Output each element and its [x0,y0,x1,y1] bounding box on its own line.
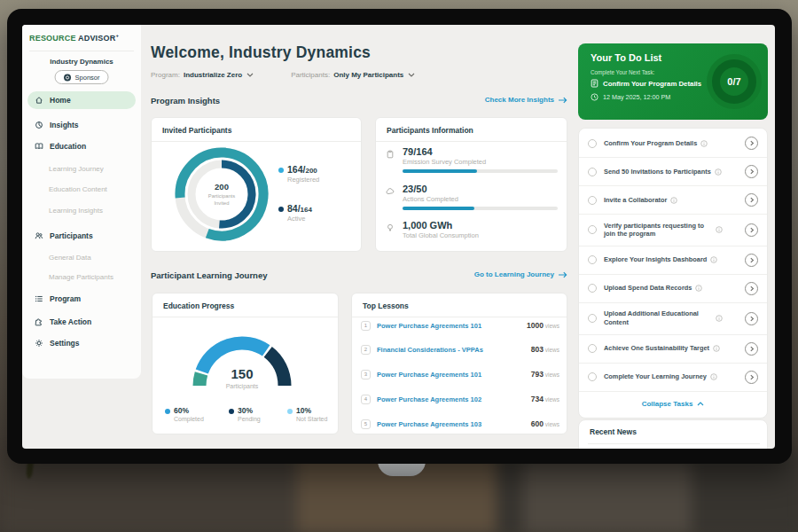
task-open-button[interactable] [745,137,758,150]
chevron-right-icon [749,227,755,233]
sidebar-item-education-content[interactable]: Education Content [27,180,136,198]
todo-progress-value: 0/7 [727,76,740,87]
not-started-label: Not Started [296,416,327,422]
participants-filter-value[interactable]: Only My Participants [333,71,403,79]
sidebar-item-general-data[interactable]: General Data [27,248,136,266]
actions-progress-bar [403,207,558,210]
document-icon [591,79,598,88]
consumption-icon [386,223,395,232]
lesson-link[interactable]: Financial Considerations - VPPAs [377,346,483,354]
donut-center: 200 Participants Invited [195,182,248,207]
legend-not-started: 10% Not Started [287,406,327,422]
card-divider [588,443,760,444]
lesson-link[interactable]: Power Purchase Agreements 101 [377,322,481,330]
task-open-button[interactable] [745,193,758,207]
not-started-pct: 10% [296,406,327,415]
chevron-down-icon[interactable] [246,73,254,77]
program-filter-value[interactable]: Industrialize Zero [184,71,242,79]
sidebar-item-insights[interactable]: Insights [27,116,136,134]
bg-band-left [0,454,310,532]
todo-next-task-label: Confirm Your Program Details [603,80,701,88]
task-label: Send 50 Invitations to Participants [604,168,711,176]
task-checkbox[interactable] [588,314,597,323]
lesson-row[interactable]: 5 Power Purchase Agreements 103 600 view… [361,415,559,433]
task-checkbox[interactable] [588,255,597,264]
card-title: Participants Information [387,126,473,135]
legend-dot [165,409,170,414]
collapse-tasks-link[interactable]: Collapse Tasks [579,392,767,417]
task-row-9[interactable]: Complete Your Learning Journey [579,364,767,392]
registered-denominator: 200 [305,167,317,175]
task-open-button[interactable] [745,282,758,295]
task-checkbox[interactable] [588,196,597,205]
legend-dot [278,168,284,173]
task-row-1[interactable]: Confirm Your Program Details [579,129,767,158]
task-row-3[interactable]: Invite a Collaborator [579,186,767,215]
recent-news-title: Recent News [590,427,637,436]
task-open-button[interactable] [745,223,758,237]
todo-subtitle: Complete Your Next Task: [591,69,654,75]
task-row-6[interactable]: Upload Spend Data Records [579,275,767,303]
invited-label: Participants Invited [195,193,248,207]
sponsor-badge[interactable]: Sponsor [55,70,109,84]
active-label: Active [278,215,312,223]
task-checkbox[interactable] [588,225,597,234]
pending-pct: 30% [238,406,261,415]
completed-pct: 60% [174,406,204,415]
info-icon [670,197,677,204]
task-row-4[interactable]: Verify participants requesting to join t… [579,215,767,246]
program-filter-label: Program: [151,71,180,79]
chevron-down-icon[interactable] [408,73,415,77]
clock-icon [591,93,598,101]
task-open-button[interactable] [745,165,758,178]
lesson-link[interactable]: Power Purchase Agreements 101 [377,371,481,379]
lesson-row[interactable]: 3 Power Purchase Agreements 101 793 view… [361,365,559,383]
chevron-right-icon [749,346,755,352]
link-label: Check More Insights [485,96,554,104]
sidebar-item-settings[interactable]: Settings [27,334,136,352]
task-row-7[interactable]: Upload Additional Educational Content [579,303,767,335]
registered-label: Registered [278,176,319,184]
check-more-insights-link[interactable]: Check More Insights [485,96,567,104]
sidebar-item-take-action[interactable]: Take Action [27,313,136,331]
scene: RESOURCE ADVISOR+ Industry Dynamics Spon… [0,0,798,532]
task-open-button[interactable] [745,371,758,384]
go-to-learning-journey-link[interactable]: Go to Learning Journey [474,270,567,278]
task-row-8[interactable]: Achieve One Sustainability Target [579,335,767,364]
sidebar-item-participants[interactable]: Participants [27,227,136,245]
lesson-views-suffix: views [545,323,559,329]
lesson-row[interactable]: 2 Financial Considerations - VPPAs 803 v… [361,340,559,358]
sidebar-item-education[interactable]: Education [27,137,136,155]
program-insights-title: Program Insights [151,96,220,106]
sidebar-item-learning-journey[interactable]: Learning Journey [27,160,136,177]
invited-count: 200 [195,182,248,192]
participants-label: Participants [201,383,283,389]
task-checkbox[interactable] [588,168,597,176]
task-open-button[interactable] [745,254,758,267]
task-checkbox[interactable] [588,284,597,293]
sidebar-item-learning-insights[interactable]: Learning Insights [27,201,136,219]
task-row-2[interactable]: Send 50 Invitations to Participants [579,158,767,186]
link-label: Go to Learning Journey [474,270,554,278]
task-checkbox[interactable] [588,372,597,381]
info-icon [695,285,702,292]
task-checkbox[interactable] [588,139,597,148]
actions-value: 23/50 [403,184,427,194]
sidebar-item-home[interactable]: Home [27,91,136,109]
filters-row: Program: Industrialize Zero Participants… [151,71,415,79]
lesson-row[interactable]: 1 Power Purchase Agreements 101 1000 vie… [361,317,559,334]
task-checkbox[interactable] [588,344,597,353]
lesson-row[interactable]: 4 Power Purchase Agreements 102 734 view… [361,390,559,408]
sidebar-item-label: Take Action [50,317,91,326]
task-open-button[interactable] [745,312,758,325]
lesson-rank: 3 [361,370,371,379]
invited-participants-card: Invited Participants 200 Participants In… [151,117,362,252]
org-name: Industry Dynamics [22,58,141,66]
lesson-link[interactable]: Power Purchase Agreements 102 [377,395,481,403]
task-open-button[interactable] [745,342,758,356]
task-row-5[interactable]: Explore Your Insights Dashboard [579,246,767,275]
lesson-link[interactable]: Power Purchase Agreements 103 [377,420,481,428]
arrow-right-icon [558,97,567,104]
sidebar-item-program[interactable]: Program [27,290,136,308]
sidebar-item-manage-participants[interactable]: Manage Participants [27,268,136,286]
